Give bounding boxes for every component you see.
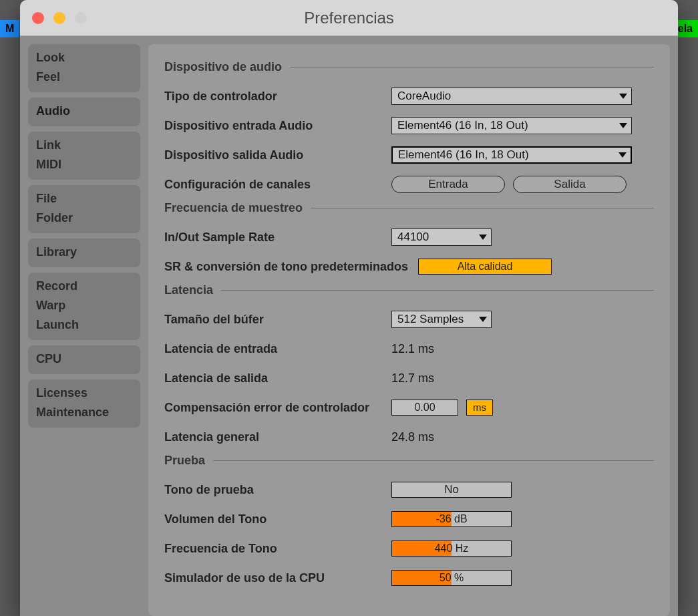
sidebar-group-licenses: Licenses Maintenance (28, 379, 140, 428)
chevron-down-icon (619, 123, 627, 128)
label-sr-pitch: SR & conversión de tono predeterminados (164, 260, 418, 274)
sidebar-group-look: Look Feel (28, 44, 140, 92)
sidebar-item-folder[interactable]: Folder (35, 208, 134, 228)
sidebar-item-midi[interactable]: MIDI (35, 155, 134, 174)
label-output-device: Dispositivo salida Audio (164, 148, 391, 162)
maximize-icon[interactable] (75, 12, 87, 24)
channel-input-button[interactable]: Entrada (391, 176, 505, 193)
chevron-down-icon (619, 94, 627, 99)
sidebar-item-link[interactable]: Link (35, 136, 134, 155)
sr-pitch-mode-toggle[interactable]: Alta calidad (418, 259, 552, 275)
label-buffer-size: Tamaño del búfer (164, 313, 391, 327)
chevron-down-icon (619, 152, 627, 158)
sidebar-group-record: Record Warp Launch (28, 273, 140, 340)
label-sample-rate: In/Out Sample Rate (164, 230, 391, 245)
label-driver-type: Tipo de controlador (164, 90, 391, 104)
sidebar-item-audio[interactable]: Audio (35, 102, 134, 121)
close-icon[interactable] (32, 12, 44, 24)
sidebar-item-warp[interactable]: Warp (35, 296, 134, 315)
label-tone-volume: Volumen del Tono (164, 512, 391, 526)
sidebar-group-file: File Folder (28, 185, 140, 233)
sidebar-group-library: Library (28, 239, 140, 267)
chevron-down-icon (479, 235, 487, 240)
section-audio-device: Dispositivo de audio (164, 60, 654, 74)
driver-type-select[interactable]: CoreAudio (391, 88, 632, 105)
sidebar-item-file[interactable]: File (35, 189, 134, 208)
label-input-device: Dispositivo entrada Audio (164, 119, 391, 133)
minimize-icon[interactable] (53, 12, 65, 24)
driver-comp-unit-toggle[interactable]: ms (466, 400, 493, 416)
label-channel-config: Configuración de canales (164, 178, 391, 192)
section-latency: Latencia (164, 283, 654, 297)
value-input-latency: 12.1 ms (391, 342, 434, 356)
sidebar-item-licenses[interactable]: Licenses (35, 383, 134, 403)
sidebar-group-link: Link MIDI (28, 132, 140, 180)
sidebar-item-library[interactable]: Library (35, 243, 134, 262)
sidebar-item-record[interactable]: Record (35, 277, 134, 296)
label-output-latency: Latencia de salida (164, 371, 391, 386)
sample-rate-select[interactable]: 44100 (391, 228, 492, 246)
preferences-window: Preferencias Look Feel Audio Link MIDI F… (20, 0, 678, 616)
cpu-sim-slider[interactable]: 50 % (391, 570, 512, 586)
value-output-latency: 12.7 ms (391, 371, 434, 386)
sidebar-item-cpu[interactable]: CPU (35, 349, 134, 369)
sidebar-item-launch[interactable]: Launch (35, 315, 134, 335)
bg-fragment-left: M (0, 20, 19, 37)
input-device-select[interactable]: Element46 (16 In, 18 Out) (391, 117, 632, 134)
channel-output-button[interactable]: Salida (513, 176, 627, 193)
value-overall-latency: 24.8 ms (391, 430, 434, 444)
label-driver-comp: Compensación error de controlador (164, 401, 391, 415)
tone-volume-slider[interactable]: -36 dB (391, 511, 512, 527)
main-panel: Dispositivo de audio Tipo de controlador… (148, 44, 670, 616)
section-test: Prueba (164, 454, 654, 468)
section-sample-rate: Frecuencia de muestreo (164, 201, 654, 215)
sidebar-group-audio: Audio (28, 98, 140, 126)
label-overall-latency: Latencia general (164, 430, 391, 444)
sidebar-item-maintenance[interactable]: Maintenance (35, 403, 134, 422)
driver-comp-input[interactable]: 0.00 (391, 400, 458, 416)
test-tone-toggle[interactable]: No (391, 482, 512, 498)
sidebar: Look Feel Audio Link MIDI File Folder Li… (28, 44, 140, 616)
label-input-latency: Latencia de entrada (164, 342, 391, 356)
tone-freq-slider[interactable]: 440 Hz (391, 541, 512, 557)
titlebar: Preferencias (20, 0, 678, 36)
output-device-select[interactable]: Element46 (16 In, 18 Out) (391, 146, 632, 164)
chevron-down-icon (479, 317, 487, 322)
sidebar-group-cpu: CPU (28, 345, 140, 374)
label-tone-freq: Frecuencia de Tono (164, 542, 391, 556)
sidebar-item-feel[interactable]: Feel (35, 67, 134, 87)
label-test-tone: Tono de prueba (164, 483, 391, 497)
sidebar-item-look[interactable]: Look (35, 48, 134, 67)
buffer-size-select[interactable]: 512 Samples (391, 311, 492, 328)
window-title: Preferencias (20, 9, 678, 27)
traffic-lights (32, 12, 87, 24)
label-cpu-sim: Simulador de uso de la CPU (164, 571, 391, 585)
